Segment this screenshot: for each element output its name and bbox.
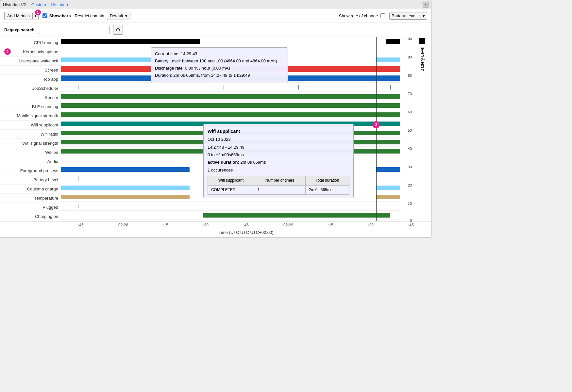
- table-header-3: Total duration: [305, 176, 349, 186]
- x-tick-1: 02:28: [118, 223, 128, 227]
- tooltip-active-value: 2m 0s 669ms: [240, 160, 266, 165]
- tooltip-active-label: active duration:: [208, 160, 239, 165]
- x-tick-8: :45: [408, 223, 414, 227]
- label-wifi-signal: Wifi signal strength: [0, 139, 61, 148]
- toolbar: Add Metrics ▾ 1 Show bars Restrict domai…: [0, 9, 431, 23]
- label-userspace-wakelock: Userspace wakelock: [0, 57, 61, 66]
- add-metrics-badge: 1: [35, 9, 41, 15]
- restrict-domain-arrow: ▾: [125, 13, 127, 18]
- x-tick-5: 02:29: [283, 223, 293, 227]
- label-cpu-running: CPU running: [0, 38, 61, 47]
- restrict-domain-container: Restrict domain Default ▾: [75, 12, 130, 20]
- chart-row-sensor: [61, 92, 400, 101]
- tooltip-bottom: Wifi supplicant Oct 10 2023 14:27:48 - 1…: [203, 124, 354, 198]
- vertical-timeline: [376, 37, 377, 221]
- chart-labels: CPU running 2 Kernel only uptime Userspa…: [0, 37, 61, 221]
- restrict-domain-dropdown[interactable]: Default ▾: [107, 12, 130, 20]
- restrict-domain-label: Restrict domain: [75, 13, 104, 18]
- table-header-1: Wifi supplicant: [208, 176, 254, 186]
- search-input[interactable]: [38, 26, 110, 34]
- table-cell-1: COMPLETED: [208, 185, 254, 195]
- label-temperature: Temperature: [0, 194, 61, 203]
- label-wifi-supplicant: Wifi supplicant: [0, 121, 61, 130]
- settings-button[interactable]: ⚙: [113, 25, 123, 35]
- battery-level-tag: Battery Level × ▾: [389, 12, 427, 20]
- label-sensor: Sensor: [0, 93, 61, 102]
- y-tick-0: 0: [410, 219, 412, 222]
- battery-level-text: Battery Level: [392, 13, 416, 18]
- x-tick-4: :45: [243, 223, 249, 227]
- table-cell-3: 2m 0s 669ms: [305, 185, 349, 195]
- chart-row-mobile: [61, 110, 400, 119]
- x-tick-3: :30: [203, 223, 209, 227]
- tooltip-line4: Duration: 2m 0s 669ms, from 14:27:48 to …: [155, 72, 284, 79]
- show-rate-checkbox[interactable]: [380, 13, 385, 18]
- y-tick-60: 60: [408, 110, 412, 114]
- label-ble-scanning: BLE scanning: [0, 102, 61, 111]
- y-tick-70: 70: [408, 92, 412, 96]
- tooltip-line1: Current time: 14:29:43: [155, 50, 284, 57]
- tab-custom[interactable]: Custom: [31, 2, 46, 7]
- label-plugged: Plugged: [0, 203, 61, 212]
- label-kernel-uptime: 2 Kernel only uptime: [0, 47, 61, 57]
- battery-level-close[interactable]: ×: [418, 14, 421, 18]
- y-tick-50: 50: [408, 128, 412, 132]
- chart-row-jobscheduler: [61, 83, 400, 92]
- label-mobile-signal: Mobile signal strength: [0, 111, 61, 121]
- add-metrics-button[interactable]: Add Metrics ▾ 1: [4, 12, 39, 20]
- label-foreground: Foreground process: [0, 166, 61, 175]
- tooltip-bottom-title: Wifi supplicant: [208, 127, 349, 136]
- table-header-2: Number of times: [254, 176, 305, 186]
- y-tick-20: 20: [408, 183, 412, 187]
- label-jobscheduler: JobScheduler: [0, 84, 61, 93]
- show-bars-checkbox[interactable]: [42, 13, 47, 18]
- tooltip-bottom-offset: 0 to +2m00s669ms: [208, 151, 349, 158]
- chart-row-plugged: [61, 202, 400, 211]
- label-coulomb: Coulomb charge: [0, 185, 61, 194]
- y-tick-90: 90: [408, 55, 412, 59]
- right-panel: Battery Level: [413, 37, 431, 221]
- table-cell-2: 1: [254, 185, 305, 195]
- tooltip-line2: Battery Level: between 100 and 100 (4864…: [155, 57, 284, 65]
- tooltip-bottom-time: 14:27:48 - 14:29:49: [208, 143, 349, 151]
- label-audio: Audio: [0, 157, 61, 166]
- tooltip-bottom-date: Oct 10 2023: [208, 136, 349, 143]
- show-rate-label: Show rate of change: [339, 13, 378, 18]
- search-label: Regexp search: [4, 27, 35, 32]
- battery-square-icon: [419, 38, 425, 44]
- tooltip-top: Current time: 14:29:43 Battery Level: be…: [151, 47, 288, 82]
- chart-row-ble: [61, 101, 400, 110]
- label-charging-on: Charging on: [0, 212, 61, 221]
- show-bars-container: Show bars: [42, 13, 71, 18]
- chart-row-charging: [61, 211, 400, 220]
- y-tick-100: 100: [406, 37, 412, 41]
- tab-historian[interactable]: Historian: [51, 2, 68, 7]
- label-battery-level: Battery Level: [0, 175, 61, 185]
- battery-level-axis-label: Battery Level: [420, 47, 425, 72]
- label-top-app: Top app: [0, 75, 61, 84]
- add-metrics-label: Add Metrics: [5, 12, 32, 20]
- table-row: COMPLETED 1 2m 0s 669ms: [208, 185, 349, 195]
- badge-2: 2: [4, 48, 11, 55]
- chart-row-cpu: [61, 37, 400, 46]
- close-button[interactable]: ×: [423, 2, 429, 8]
- label-wifi-on: Wifi on: [0, 148, 61, 157]
- tooltip-occurrences: 1 occurences: [208, 166, 349, 174]
- battery-level-arrow[interactable]: ▾: [423, 13, 425, 18]
- y-tick-30: 30: [408, 165, 412, 169]
- show-rate-container: Show rate of change: [339, 13, 385, 18]
- y-axis: 100 90 80 70 60 50 40 30 20 10 0: [400, 37, 413, 220]
- x-tick-6: :15: [328, 223, 333, 227]
- x-axis-title: Time (UTC UTC UTC+00:00): [0, 229, 431, 237]
- title-bar: Historian V2 Custom Historian ×: [0, 0, 431, 9]
- window-title: Historian V2: [3, 2, 26, 7]
- x-axis: :45 02:28 :15 :30 :45 02:29 :15 :30 :45: [0, 221, 431, 229]
- label-screen: Screen: [0, 66, 61, 75]
- y-tick-40: 40: [408, 147, 412, 151]
- tooltip-line3: Discharge rate: 0.00 % / hour (0.00 mA): [155, 65, 284, 72]
- restrict-domain-value: Default: [110, 13, 123, 18]
- gear-icon: ⚙: [116, 27, 120, 33]
- x-tick-2: :15: [163, 223, 168, 227]
- x-tick-0: :45: [78, 223, 84, 227]
- x-tick-7: :30: [368, 223, 374, 227]
